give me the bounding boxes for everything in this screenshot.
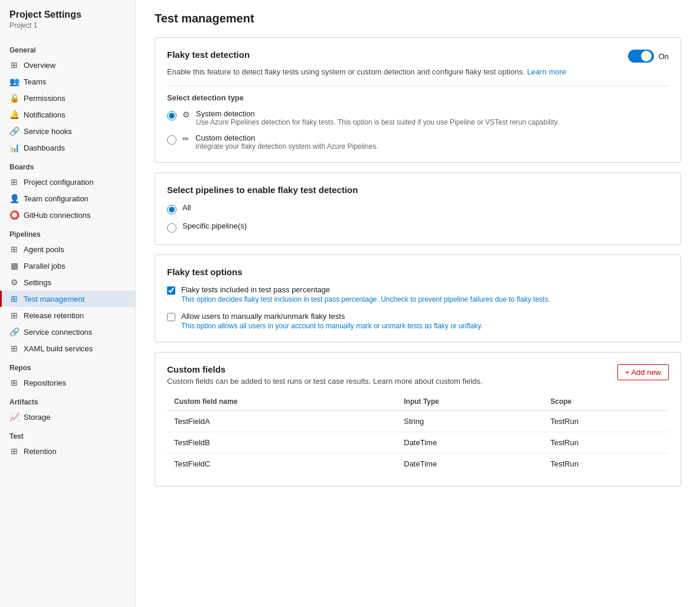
custom-detection-option: ✏ Custom detection Integrate your flaky … [167,133,669,151]
field-name-1: TestFieldB [167,432,397,453]
sidebar-item-parallel-jobs[interactable]: ▦Parallel jobs [0,257,135,274]
team-configuration-icon: 👤 [9,194,19,203]
allow-manual-label: Allow users to manually mark/unmark flak… [181,312,483,321]
test-management-label: Test management [24,295,84,304]
dashboards-label: Dashboards [24,143,65,152]
sidebar-item-repositories[interactable]: ⊞Repositories [0,374,135,391]
settings-label: Settings [24,278,51,287]
sidebar-item-test-management[interactable]: ⊞Test management [0,291,135,307]
pipeline-selection-title: Select pipelines to enable flaky test de… [167,185,669,195]
flaky-options-group: Flaky tests included in test pass percen… [167,285,669,330]
detection-type-label: Select detection type [167,93,669,102]
teams-icon: 👥 [9,77,19,86]
retention-icon: ⊞ [9,446,19,456]
sidebar-item-xaml-build-services[interactable]: ⊞XAML build services [0,340,135,357]
flaky-detection-card: Flaky test detection On Enable this feat… [155,37,681,163]
overview-label: Overview [24,61,55,70]
specific-pipelines-radio[interactable] [167,223,176,233]
all-pipelines-radio[interactable] [167,205,176,214]
all-pipelines-option: All [167,203,669,214]
notifications-label: Notifications [24,110,66,119]
system-detection-radio[interactable] [167,111,176,120]
include-pass-checkbox[interactable] [167,286,175,295]
detection-type-group: ⚙ System detection Use Azure Pipelines d… [167,109,669,151]
specific-pipelines-label: Specific pipeline(s) [182,221,247,230]
learn-more-link[interactable]: Learn more [527,67,566,76]
allow-manual-option: Allow users to manually mark/unmark flak… [167,312,669,330]
sidebar-item-github-connections[interactable]: ⭕GitHub connections [0,207,135,223]
pipeline-selection-group: All Specific pipeline(s) [167,203,669,233]
custom-fields-header: Custom fields Custom fields can be added… [167,364,669,386]
system-detection-option: ⚙ System detection Use Azure Pipelines d… [167,109,669,126]
sidebar-item-storage[interactable]: 📈Storage [0,409,135,425]
sidebar-section-artifacts: Artifacts [0,391,135,409]
sidebar-item-retention[interactable]: ⊞Retention [0,443,135,459]
sidebar: Project Settings Project 1 General⊞Overv… [0,0,136,607]
flaky-toggle[interactable] [628,50,654,63]
toggle-on-label: On [659,52,669,61]
sidebar-item-team-configuration[interactable]: 👤Team configuration [0,190,135,207]
custom-fields-table: Custom field name Input Type Scope TestF… [167,393,669,474]
permissions-icon: 🔒 [9,93,19,103]
system-detection-desc: Use Azure Pipelines detection for flaky … [196,118,559,126]
specific-pipelines-option: Specific pipeline(s) [167,221,669,233]
team-configuration-label: Team configuration [24,194,89,203]
sidebar-subtitle: Project 1 [0,21,135,39]
toggle-container: On [628,50,669,63]
table-row: TestFieldAStringTestRun [167,411,669,432]
field-type-1: DateTime [397,432,543,453]
col-header-scope: Scope [544,393,669,411]
sidebar-item-project-configuration[interactable]: ⊞Project configuration [0,174,135,190]
flaky-options-card: Flaky test options Flaky tests included … [155,254,681,342]
service-hooks-label: Service hooks [24,127,72,136]
custom-detection-desc: Integrate your flaky detection system wi… [195,142,378,151]
repositories-icon: ⊞ [9,378,19,387]
allow-manual-checkbox[interactable] [167,313,175,321]
sidebar-title: Project Settings [0,9,135,21]
github-connections-icon: ⭕ [9,210,19,220]
custom-detection-radio[interactable] [167,135,176,145]
allow-manual-desc: This option allows all users in your acc… [181,322,483,330]
toggle-slider [628,50,654,63]
release-retention-icon: ⊞ [9,311,19,320]
main-content: Test management Flaky test detection On … [136,0,700,607]
system-detection-icon: ⚙ [182,110,190,119]
sidebar-item-service-connections[interactable]: 🔗Service connections [0,324,135,340]
sidebar-item-dashboards[interactable]: 📊Dashboards [0,139,135,156]
field-scope-0: TestRun [544,411,669,432]
sidebar-section-repos: Repos [0,357,135,374]
flaky-detection-desc: Enable this feature to detect flaky test… [167,67,669,76]
include-pass-desc: This option decides flaky test inclusion… [181,295,550,304]
add-new-button[interactable]: + Add new [617,364,669,380]
custom-detection-icon: ✏ [182,134,189,143]
custom-fields-desc: Custom fields can be added to test runs … [167,377,483,386]
table-row: TestFieldCDateTimeTestRun [167,453,669,475]
service-connections-label: Service connections [24,328,92,337]
sidebar-item-settings[interactable]: ⚙Settings [0,274,135,291]
field-name-0: TestFieldA [167,411,397,432]
field-type-2: DateTime [397,453,543,475]
system-detection-label: System detection [196,109,559,118]
release-retention-label: Release retention [24,311,84,320]
sidebar-item-release-retention[interactable]: ⊞Release retention [0,307,135,324]
sidebar-item-teams[interactable]: 👥Teams [0,73,135,90]
settings-icon: ⚙ [9,278,19,287]
agent-pools-label: Agent pools [24,245,64,254]
sidebar-item-overview[interactable]: ⊞Overview [0,57,135,73]
field-scope-1: TestRun [544,432,669,453]
field-scope-2: TestRun [544,453,669,475]
storage-label: Storage [24,413,51,422]
col-header-name: Custom field name [167,393,397,411]
service-hooks-icon: 🔗 [9,126,19,136]
xaml-build-services-label: XAML build services [24,344,93,353]
sidebar-section-general: General [0,39,135,57]
sidebar-item-agent-pools[interactable]: ⊞Agent pools [0,241,135,257]
sidebar-item-permissions[interactable]: 🔒Permissions [0,90,135,106]
project-configuration-label: Project configuration [24,178,94,187]
include-pass-option: Flaky tests included in test pass percen… [167,285,669,304]
sidebar-item-notifications[interactable]: 🔔Notifications [0,106,135,123]
parallel-jobs-label: Parallel jobs [24,262,66,270]
xaml-build-services-icon: ⊞ [9,344,19,353]
sidebar-item-service-hooks[interactable]: 🔗Service hooks [0,123,135,139]
parallel-jobs-icon: ▦ [9,261,19,270]
